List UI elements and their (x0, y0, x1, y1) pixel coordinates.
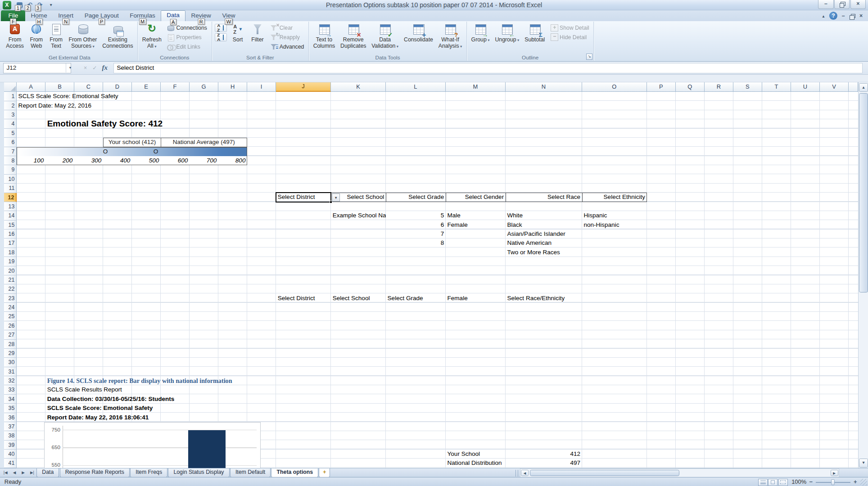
sheet-nav-next-icon[interactable]: ▶ (19, 468, 28, 477)
sheet-nav-prev-icon[interactable]: ◀ (10, 468, 19, 477)
cell-E8[interactable]: 500 (132, 156, 161, 165)
cell-K23[interactable]: Select School (331, 294, 370, 303)
qat-dropdown-icon[interactable] (46, 1, 55, 9)
help-icon[interactable] (829, 12, 837, 20)
zoom-slider-thumb[interactable] (831, 479, 835, 486)
cell-J23[interactable]: Select District (276, 294, 315, 303)
cell-L16[interactable]: 7 (386, 230, 446, 238)
ribbon-tab-home[interactable]: HomeH (25, 10, 53, 21)
row-header-16[interactable]: 16 (4, 230, 17, 238)
sheet-tab-login-status-display[interactable]: Login Status Display (168, 468, 229, 477)
cell-B32[interactable]: Figure 14. SCLS scale report: Bar displa… (45, 376, 232, 385)
ribbon-tab-review[interactable]: ReviewR (185, 10, 217, 21)
cell-B35[interactable]: SCLS Scale Score: Emotional Safety (45, 404, 153, 413)
cell-L23[interactable]: Select Grade (386, 294, 423, 303)
row-header-37[interactable]: 37 (4, 422, 17, 431)
col-header-I[interactable]: I (247, 82, 276, 92)
workbook-close-button[interactable] (857, 12, 865, 20)
scroll-down-icon[interactable] (859, 459, 868, 468)
cell-M14[interactable]: Male (446, 211, 461, 220)
row-header-13[interactable]: 13 (4, 202, 17, 211)
col-header-T[interactable]: T (762, 82, 791, 92)
row-header-19[interactable]: 19 (4, 257, 17, 266)
row-header-17[interactable]: 17 (4, 238, 17, 248)
insert-worksheet-button[interactable]: + (319, 468, 330, 477)
cell-O14[interactable]: Hispanic (582, 211, 607, 220)
col-header-U[interactable]: U (791, 82, 820, 92)
restore-button[interactable] (834, 0, 850, 9)
tab-splitter[interactable] (515, 470, 518, 477)
ribbon-tab-insert[interactable]: InsertN (53, 10, 79, 21)
row-header-41[interactable]: 41 (4, 459, 17, 468)
consolidate-button[interactable]: Consolidate (401, 22, 436, 53)
formula-input[interactable]: Select District (113, 63, 862, 73)
row-header-7[interactable]: 7 (4, 147, 17, 156)
collapse-ribbon-icon[interactable] (819, 12, 827, 20)
ribbon-tab-page-layout[interactable]: Page LayoutP (79, 10, 124, 21)
sort-button[interactable]: Sort (228, 22, 248, 53)
row-header-10[interactable]: 10 (4, 175, 17, 184)
col-header-E[interactable]: E (132, 82, 161, 92)
cell-N16[interactable]: Asian/Pacific Islander (506, 230, 565, 238)
row-header-28[interactable]: 28 (4, 340, 17, 349)
col-header-K[interactable]: K (331, 82, 386, 92)
col-header-G[interactable]: G (190, 82, 218, 92)
col-header-S[interactable]: S (733, 82, 762, 92)
col-header-M[interactable]: M (446, 82, 506, 92)
cell-C8[interactable]: 300 (74, 156, 103, 165)
from-text-button[interactable]: FromText (46, 22, 66, 53)
row-header-33[interactable]: 33 (4, 385, 17, 394)
cell-N40[interactable]: 412 (506, 450, 582, 459)
row-header-32[interactable]: 32 (4, 376, 17, 385)
cell-D8[interactable]: 400 (103, 156, 132, 165)
cell-A2[interactable]: Report Date: May 22, 2016 (17, 101, 91, 110)
from-other-sources-button[interactable]: From OtherSources▾ (66, 22, 100, 53)
sort-a-to-z-button[interactable] (215, 24, 227, 32)
row-header-29[interactable]: 29 (4, 349, 17, 358)
name-box-dropdown-icon[interactable] (66, 63, 74, 72)
col-header-L[interactable]: L (386, 82, 446, 92)
row-header-5[interactable]: 5 (4, 129, 17, 138)
existing-connections-button[interactable]: ExistingConnections (99, 22, 136, 53)
sheet-tab-theta-options[interactable]: Theta options (271, 468, 318, 477)
filter-button[interactable]: Filter (248, 22, 267, 53)
col-header-D[interactable]: D (103, 82, 132, 92)
sheet-tab-data[interactable]: Data (36, 468, 59, 477)
what-if-analysis-button[interactable]: What-IfAnalysis▾ (436, 22, 465, 53)
sheet-tab-item-freqs[interactable]: Item Freqs (130, 468, 167, 477)
cell-N17[interactable]: Native American (506, 238, 552, 248)
sheet-nav-first-icon[interactable]: |◀ (1, 468, 10, 477)
row-header-3[interactable]: 3 (4, 110, 17, 119)
cell-M23[interactable]: Female (446, 294, 468, 303)
row-header-25[interactable]: 25 (4, 312, 17, 321)
cell-B4[interactable]: Emotional Safety Score: 412 (45, 118, 163, 130)
row-header-40[interactable]: 40 (4, 450, 17, 459)
row-header-11[interactable]: 11 (4, 184, 17, 193)
page-layout-view-button[interactable] (768, 479, 778, 486)
page-break-view-button[interactable] (778, 479, 788, 486)
col-header-P[interactable]: P (647, 82, 676, 92)
col-header-H[interactable]: H (218, 82, 247, 92)
horizontal-scrollbar[interactable] (520, 468, 839, 477)
cell-K14[interactable]: Example School Nam (331, 211, 386, 220)
row-header-15[interactable]: 15 (4, 220, 17, 230)
col-header-B[interactable]: B (45, 82, 74, 92)
text-to-columns-button[interactable]: Text toColumns (311, 22, 338, 53)
select-all-corner[interactable] (4, 82, 17, 92)
col-header-J[interactable]: J (276, 82, 331, 92)
insert-function-icon[interactable]: fx (102, 64, 108, 72)
workbook-minimize-button[interactable] (839, 12, 847, 20)
row-header-36[interactable]: 36 (4, 413, 17, 422)
cell-A1[interactable]: SCLS Scale Score: Emotional Safety (17, 92, 118, 101)
row-header-35[interactable]: 35 (4, 404, 17, 413)
cell-B8[interactable]: 200 (45, 156, 74, 165)
cell-N15[interactable]: Black (506, 220, 522, 230)
col-header-C[interactable]: C (74, 82, 103, 92)
col-header-V[interactable]: V (820, 82, 849, 92)
dialog-launcher-icon[interactable]: ↘ (586, 54, 592, 60)
col-header-O[interactable]: O (582, 82, 647, 92)
cell-B36[interactable]: Report Date: May 22, 2016 18:06:41 (45, 413, 149, 422)
col-header-F[interactable]: F (161, 82, 190, 92)
row-header-12[interactable]: 12 (4, 193, 17, 202)
refresh-all-button[interactable]: RefreshAll▾ (140, 22, 164, 53)
